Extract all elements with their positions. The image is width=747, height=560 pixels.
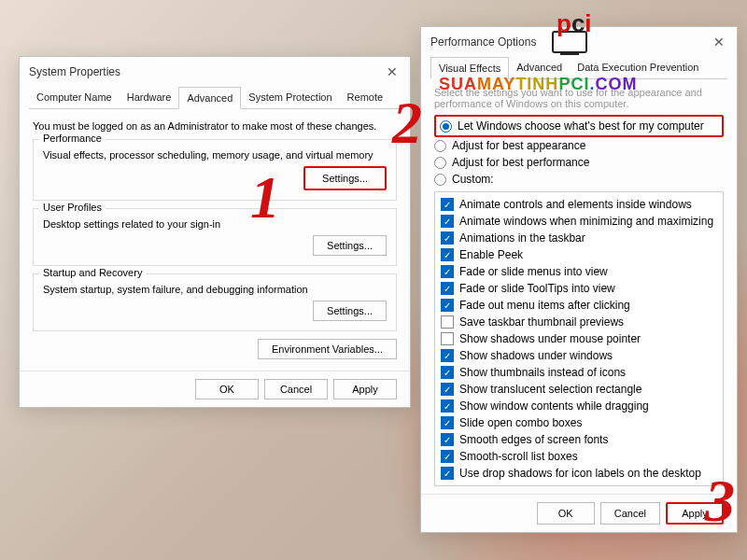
check-label: Smooth edges of screen fonts: [459, 433, 608, 446]
perfopts-button-row: OK Cancel Apply: [421, 494, 737, 532]
checkbox-icon: [441, 248, 454, 261]
checkbox-icon: [441, 366, 454, 379]
tab-system-protection[interactable]: System Protection: [241, 87, 339, 108]
check-label: Show translucent selection rectangle: [459, 383, 641, 396]
performance-group: Performance Visual effects, processor sc…: [33, 139, 397, 201]
pci-logo: pci: [542, 9, 598, 58]
radio-best-performance[interactable]: Adjust for best performance: [434, 154, 724, 171]
check-label: Enable Peek: [459, 248, 523, 261]
performance-settings-button[interactable]: Settings...: [303, 166, 387, 190]
sysprops-button-row: OK Cancel Apply: [20, 371, 410, 407]
env-vars-button[interactable]: Environment Variables...: [258, 339, 397, 359]
step-1-annotation: 1: [250, 163, 280, 232]
checkbox-icon: [441, 450, 454, 463]
check-item[interactable]: Show shadows under windows: [441, 347, 717, 364]
checkbox-icon: [441, 231, 454, 245]
check-item[interactable]: Enable Peek: [441, 246, 717, 263]
check-item[interactable]: Fade or slide ToolTips into view: [441, 280, 717, 297]
startup-group: Startup and Recovery System startup, sys…: [33, 273, 397, 331]
check-label: Fade or slide menus into view: [459, 265, 608, 278]
checkbox-icon: [441, 198, 454, 211]
sysprops-content: You must be logged on as an Administrato…: [20, 109, 410, 371]
sysprops-title: System Properties: [29, 65, 384, 78]
performance-options-window: Performance Options ✕ Visual Effects Adv…: [420, 26, 738, 533]
check-label: Show thumbnails instead of icons: [459, 366, 626, 379]
checkbox-icon: [441, 215, 454, 228]
check-label: Show window contents while dragging: [459, 399, 649, 413]
check-item[interactable]: Show shadows under mouse pointer: [441, 330, 717, 347]
tab-remote[interactable]: Remote: [340, 87, 391, 108]
tab-hardware[interactable]: Hardware: [120, 87, 179, 108]
checkbox-icon: [441, 265, 454, 278]
radio-custom[interactable]: Custom:: [434, 171, 724, 188]
performance-legend: Performance: [39, 133, 106, 144]
check-item[interactable]: Slide open combo boxes: [441, 414, 717, 431]
check-label: Show shadows under mouse pointer: [459, 332, 641, 345]
checkbox-icon: [441, 332, 454, 345]
step-2-annotation: 2: [392, 89, 422, 158]
check-label: Smooth-scroll list boxes: [459, 450, 578, 463]
check-item[interactable]: Show window contents while dragging: [441, 398, 717, 414]
checkbox-icon: [441, 349, 454, 362]
checkbox-icon: [441, 433, 454, 446]
checkbox-icon: [441, 315, 454, 329]
radio-icon: [434, 157, 446, 169]
check-label: Save taskbar thumbnail previews: [459, 315, 624, 329]
radio-icon: [440, 120, 452, 133]
sysprops-apply-button[interactable]: Apply: [333, 379, 397, 399]
perfopts-content: Select the settings you want to use for …: [421, 79, 737, 494]
perfopts-ok-button[interactable]: OK: [537, 502, 595, 525]
close-icon[interactable]: ✕: [384, 64, 401, 79]
sysprops-cancel-button[interactable]: Cancel: [264, 379, 328, 399]
radio-let-windows-choose[interactable]: Let Windows choose what's best for my co…: [434, 115, 724, 137]
user-profiles-group: User Profiles Desktop settings related t…: [33, 208, 397, 266]
tab-advanced[interactable]: Advanced: [178, 87, 241, 109]
check-item[interactable]: Fade or slide menus into view: [441, 263, 717, 280]
radio-label: Adjust for best appearance: [452, 139, 585, 152]
radio-best-appearance[interactable]: Adjust for best appearance: [434, 137, 724, 154]
sysprops-titlebar: System Properties ✕: [20, 57, 410, 87]
check-item[interactable]: Use drop shadows for icon labels on the …: [441, 465, 717, 482]
user-profiles-legend: User Profiles: [39, 202, 106, 213]
check-item[interactable]: Smooth-scroll list boxes: [441, 448, 717, 465]
radio-icon: [434, 140, 446, 152]
startup-desc: System startup, system failure, and debu…: [43, 284, 387, 295]
watermark-url: SUAMAYTINHPCI.COM: [439, 75, 637, 94]
tab-computer-name[interactable]: Computer Name: [29, 87, 120, 108]
sysprops-ok-button[interactable]: OK: [195, 379, 259, 399]
user-profiles-desc: Desktop settings related to your sign-in: [43, 218, 387, 230]
user-profiles-settings-button[interactable]: Settings...: [313, 235, 387, 256]
check-item[interactable]: Fade out menu items after clicking: [441, 297, 717, 314]
checkbox-icon: [441, 467, 454, 480]
step-3-annotation: 3: [705, 467, 735, 536]
check-item[interactable]: Animate controls and elements inside win…: [441, 196, 717, 213]
checkbox-icon: [441, 416, 454, 429]
admin-note: You must be logged on as an Administrato…: [33, 120, 397, 132]
radio-label: Adjust for best performance: [452, 156, 589, 169]
check-label: Fade or slide ToolTips into view: [459, 282, 615, 295]
checkbox-icon: [441, 383, 454, 396]
check-item[interactable]: Animate windows when minimizing and maxi…: [441, 213, 717, 230]
check-label: Animate controls and elements inside win…: [459, 198, 692, 211]
radio-icon: [434, 174, 446, 186]
perfopts-cancel-button[interactable]: Cancel: [600, 502, 660, 525]
checkbox-icon: [441, 282, 454, 295]
startup-settings-button[interactable]: Settings...: [313, 301, 387, 321]
check-item[interactable]: Smooth edges of screen fonts: [441, 431, 717, 448]
check-item[interactable]: Show translucent selection rectangle: [441, 381, 717, 398]
sysprops-tabs: Computer Name Hardware Advanced System P…: [29, 87, 401, 109]
check-label: Show shadows under windows: [459, 349, 613, 362]
check-label: Animations in the taskbar: [459, 231, 585, 245]
check-label: Slide open combo boxes: [459, 416, 582, 429]
startup-legend: Startup and Recovery: [39, 267, 146, 278]
radio-label: Let Windows choose what's best for my co…: [458, 119, 704, 133]
check-item[interactable]: Animations in the taskbar: [441, 230, 717, 246]
close-icon[interactable]: ✕: [711, 35, 727, 49]
check-item[interactable]: Show thumbnails instead of icons: [441, 364, 717, 381]
radio-label: Custom:: [452, 173, 494, 186]
visual-effects-list: Animate controls and elements inside win…: [434, 191, 724, 486]
check-item[interactable]: Save taskbar thumbnail previews: [441, 314, 717, 330]
system-properties-window: System Properties ✕ Computer Name Hardwa…: [19, 56, 411, 408]
check-label: Use drop shadows for icon labels on the …: [459, 467, 701, 480]
performance-desc: Visual effects, processor scheduling, me…: [43, 149, 387, 161]
